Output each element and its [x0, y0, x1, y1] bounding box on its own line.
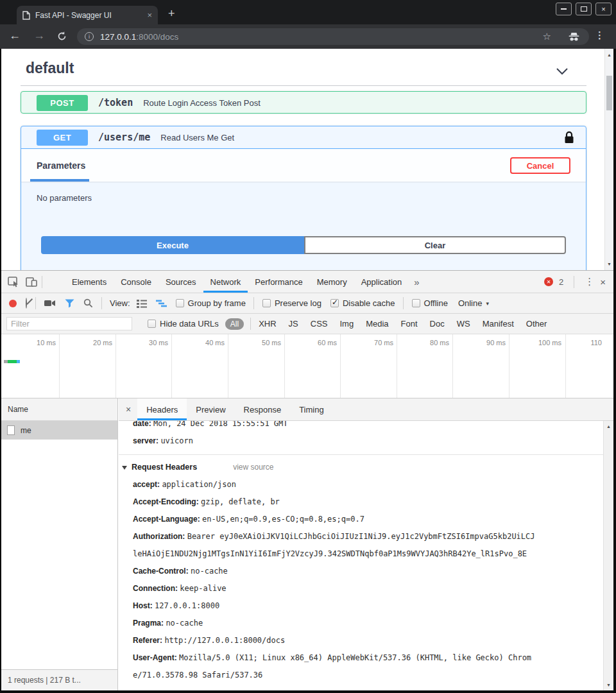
header-value: en-US,en;q=0.9,es-CO;q=0.8,es;q=0.7 — [202, 515, 364, 524]
header-value: gzip, deflate, br — [201, 497, 280, 506]
site-info-icon[interactable]: i — [85, 32, 94, 41]
more-tabs-icon[interactable]: » — [409, 277, 424, 287]
tab-headers[interactable]: Headers — [137, 398, 187, 420]
filter-type-ws[interactable]: WS — [457, 319, 470, 329]
tab-close-icon[interactable]: × — [147, 11, 152, 19]
browser-toolbar: ← → i 127.0.0.1:8000/docs ☆ ⋮ — [0, 24, 616, 49]
filter-type-xhr[interactable]: XHR — [259, 319, 276, 329]
view-label: View: — [110, 298, 130, 308]
filter-type-js[interactable]: JS — [289, 319, 298, 329]
request-headers-title: Request Headers — [132, 459, 197, 476]
header-value: no-cache — [191, 567, 228, 576]
tab-title: Fast API - Swagger UI — [35, 11, 142, 20]
browser-tab[interactable]: Fast API - Swagger UI × — [17, 6, 158, 24]
filter-type-css[interactable]: CSS — [311, 319, 328, 329]
offline-checkbox[interactable] — [412, 299, 420, 307]
request-headers-section-toggle[interactable]: Request Headers view source — [122, 459, 603, 476]
request-header-line: Referer: http://127.0.0.1:8000/docs — [133, 632, 603, 649]
collapse-chevron-icon[interactable] — [556, 66, 569, 78]
request-row-me[interactable]: me — [1, 421, 117, 440]
timeline-tick-label: 20 ms — [77, 339, 112, 346]
scroll-down-icon[interactable]: ▼ — [605, 262, 613, 266]
filter-funnel-icon[interactable] — [65, 299, 74, 308]
page-scrollbar[interactable]: ▲ ▼ — [604, 49, 613, 270]
search-icon[interactable] — [83, 298, 93, 308]
error-badge-icon[interactable]: ✕ — [544, 277, 553, 286]
header-value: http://127.0.0.1:8000/docs — [164, 636, 285, 645]
filter-type-all[interactable]: All — [225, 318, 244, 330]
filter-type-img[interactable]: Img — [339, 319, 354, 329]
endpoint-post-token[interactable]: POST /token Route Login Access Token Pos… — [21, 91, 586, 114]
reload-button[interactable] — [56, 31, 67, 44]
screenshot-camera-icon[interactable] — [44, 299, 56, 307]
auth-lock-icon[interactable] — [564, 131, 574, 144]
preserve-log-checkbox[interactable] — [262, 299, 271, 307]
clear-button[interactable]: Clear — [304, 236, 566, 254]
request-header-line: Cache-Control: no-cache — [133, 563, 603, 580]
view-waterfall-icon[interactable] — [156, 300, 167, 307]
execute-button[interactable]: Execute — [41, 236, 304, 254]
disclosure-triangle-icon — [122, 466, 127, 470]
scroll-down-icon[interactable]: ▼ — [604, 683, 613, 687]
browser-menu-icon[interactable]: ⋮ — [595, 30, 604, 41]
tab-preview[interactable]: Preview — [187, 398, 234, 420]
divider — [253, 297, 254, 309]
back-button[interactable]: ← — [9, 29, 21, 42]
tab-performance[interactable]: Performance — [248, 271, 309, 293]
url-bar[interactable]: i 127.0.0.1:8000/docs ☆ — [77, 28, 589, 45]
dropdown-arrow-icon[interactable]: ▾ — [486, 300, 489, 307]
filter-input[interactable] — [6, 317, 132, 330]
tab-network[interactable]: Network — [203, 271, 248, 293]
inspect-element-icon[interactable] — [8, 277, 19, 287]
record-button[interactable] — [9, 300, 17, 307]
bookmark-star-icon[interactable]: ☆ — [543, 31, 551, 42]
filter-type-media[interactable]: Media — [366, 319, 388, 329]
filter-type-font[interactable]: Font — [401, 319, 418, 329]
header-name: Accept-Language: — [133, 515, 200, 524]
tab-response[interactable]: Response — [235, 398, 291, 420]
devtools-tabbar-right: ✕ 2 ⋮ × — [544, 276, 606, 288]
hide-data-urls-checkbox[interactable] — [148, 320, 156, 328]
timeline-gridline — [59, 334, 60, 398]
view-source-link[interactable]: view source — [233, 459, 273, 476]
tab-sources[interactable]: Sources — [158, 271, 203, 293]
tab-application[interactable]: Application — [354, 271, 409, 293]
tab-console[interactable]: Console — [114, 271, 158, 293]
device-toolbar-icon[interactable] — [26, 277, 37, 287]
tab-memory[interactable]: Memory — [310, 271, 354, 293]
tab-elements[interactable]: Elements — [65, 271, 114, 293]
section-title: default — [26, 60, 74, 77]
throttling-select[interactable]: Online — [458, 298, 483, 308]
maximize-button[interactable] — [576, 3, 592, 15]
minimize-icon — [561, 8, 567, 10]
view-list-icon[interactable] — [137, 299, 147, 308]
forward-button[interactable]: → — [33, 29, 45, 42]
parameters-tab[interactable]: Parameters — [37, 160, 85, 171]
minimize-button[interactable] — [556, 3, 572, 15]
post-summary: Route Login Access Token Post — [143, 98, 261, 108]
cancel-button[interactable]: Cancel — [510, 157, 570, 174]
devtools-menu-icon[interactable]: ⋮ — [585, 276, 594, 287]
endpoint-get-row[interactable]: GET /users/me Read Users Me Get — [21, 126, 586, 149]
filter-type-doc[interactable]: Doc — [430, 319, 445, 329]
divider — [101, 297, 102, 309]
devtools-close-icon[interactable]: × — [600, 277, 606, 287]
parameters-header: Parameters Cancel — [21, 150, 586, 182]
new-tab-button[interactable]: + — [168, 7, 175, 21]
scroll-up-icon[interactable]: ▲ — [605, 53, 613, 57]
close-window-button[interactable]: × — [595, 3, 612, 15]
filter-type-manifest[interactable]: Manifest — [483, 319, 514, 329]
header-name: Authorization: — [133, 532, 185, 541]
filter-type-other[interactable]: Other — [526, 319, 547, 329]
name-column-header[interactable]: Name — [1, 398, 117, 421]
disable-cache-checkbox[interactable] — [330, 299, 339, 307]
timeline-tick-label: 110 — [569, 339, 602, 346]
tab-timing[interactable]: Timing — [290, 398, 333, 420]
scroll-up-icon[interactable]: ▲ — [604, 424, 613, 429]
waterfall-receiving-segment — [8, 360, 17, 363]
request-header-line: User-Agent: Mozilla/5.0 (X11; Linux x86_… — [133, 649, 603, 684]
group-by-frame-checkbox[interactable] — [176, 299, 184, 307]
details-scrollbar[interactable]: ▲ ▼ — [603, 421, 613, 690]
page-scrollbar-thumb[interactable] — [606, 76, 612, 110]
close-details-icon[interactable]: × — [126, 404, 131, 415]
